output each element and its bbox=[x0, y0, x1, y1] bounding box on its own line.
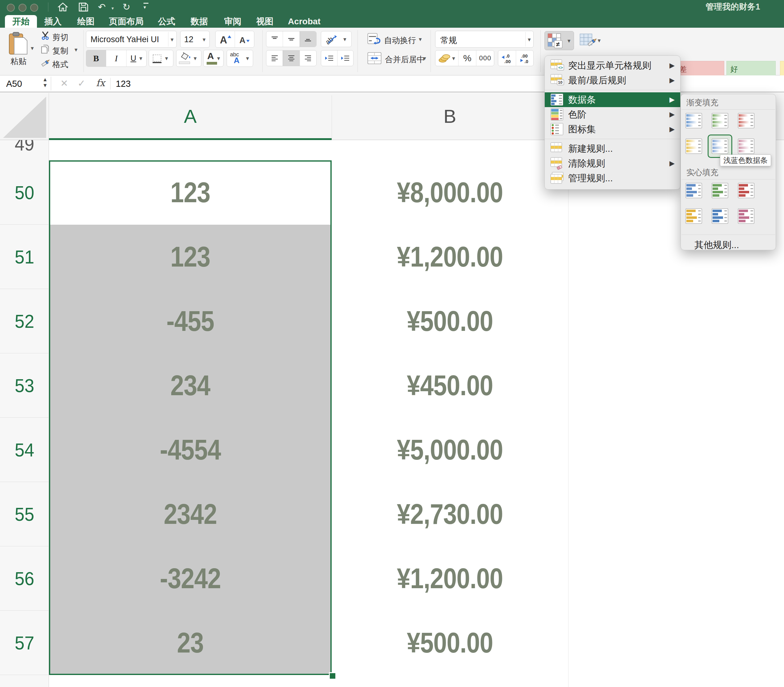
cut-icon[interactable] bbox=[41, 31, 50, 41]
underline-button[interactable]: U▾ bbox=[126, 50, 146, 66]
cell-B56[interactable]: ¥1,200.00 bbox=[348, 546, 552, 611]
redo-icon[interactable]: ↻ bbox=[123, 0, 130, 14]
currency-format-button[interactable]: ▾ bbox=[435, 51, 458, 66]
tab-开始[interactable]: 开始 bbox=[5, 15, 37, 28]
bold-button[interactable]: B bbox=[86, 50, 106, 66]
blue-gradient-data-bar[interactable] bbox=[685, 113, 702, 128]
format-painter-label[interactable]: 格式 bbox=[52, 59, 68, 70]
close-window-button[interactable] bbox=[7, 4, 15, 12]
yellow-solid-data-bar[interactable] bbox=[685, 209, 702, 224]
align-bottom-button[interactable] bbox=[300, 31, 316, 47]
increase-decimal-button[interactable]: .0.00 bbox=[498, 51, 516, 66]
fill-color-button[interactable]: ▾ bbox=[176, 50, 201, 67]
thousands-format-button[interactable]: 000 bbox=[476, 51, 494, 66]
decrease-decimal-button[interactable]: .00.0 bbox=[516, 51, 534, 66]
tab-页面布局[interactable]: 页面布局 bbox=[105, 15, 147, 28]
wrap-text-label[interactable]: 自动换行 bbox=[384, 35, 416, 46]
cell-B52[interactable]: ¥500.00 bbox=[348, 289, 552, 353]
cell-B50[interactable]: ¥8,000.00 bbox=[348, 160, 552, 225]
pink-gradient-data-bar[interactable] bbox=[738, 138, 754, 154]
formula-input[interactable]: 123 bbox=[116, 79, 130, 89]
borders-dropdown-icon[interactable]: ▾ bbox=[165, 55, 168, 62]
dark-blue-solid-data-bar[interactable] bbox=[712, 209, 728, 224]
cell-B53[interactable]: ¥450.00 bbox=[348, 353, 552, 417]
number-format-combo[interactable]: 常规 ▾ bbox=[435, 31, 534, 48]
currency-dropdown-icon[interactable]: ▾ bbox=[452, 55, 455, 62]
tab-视图[interactable]: 视图 bbox=[252, 15, 277, 28]
pink-solid-data-bar[interactable] bbox=[738, 209, 754, 224]
cell-B54[interactable]: ¥5,000.00 bbox=[348, 417, 552, 482]
increase-indent-button[interactable] bbox=[337, 51, 354, 66]
undo-icon[interactable]: ↶ bbox=[98, 0, 105, 14]
customize-toolbar-icon[interactable] bbox=[143, 3, 148, 4]
row-header-53[interactable]: 53 bbox=[2, 353, 47, 417]
fill-color-dropdown-icon[interactable]: ▾ bbox=[194, 55, 197, 62]
tab-公式[interactable]: 公式 bbox=[153, 15, 180, 28]
row-header-51[interactable]: 51 bbox=[2, 225, 47, 289]
font-name-combo[interactable]: Microsoft YaHei UI ▾ bbox=[86, 31, 177, 48]
orientation-dropdown-icon[interactable]: ▾ bbox=[343, 36, 346, 43]
fill-handle[interactable] bbox=[329, 672, 336, 680]
undo-dropdown-icon[interactable]: ▾ bbox=[112, 5, 114, 11]
align-top-button[interactable] bbox=[266, 31, 283, 47]
row-header-56[interactable]: 56 bbox=[2, 546, 47, 611]
phonetic-button[interactable]: abc A ▾ bbox=[227, 50, 253, 67]
more-rules-menu-item[interactable]: 其他规则... bbox=[694, 239, 739, 251]
merge-center-icon[interactable] bbox=[367, 52, 382, 66]
align-right-button[interactable] bbox=[300, 51, 316, 66]
zoom-window-button[interactable] bbox=[30, 4, 38, 12]
increase-font-size-button[interactable]: A bbox=[216, 31, 235, 48]
orientation-button[interactable]: ab ▾ bbox=[321, 31, 352, 47]
tab-Acrobat[interactable]: Acrobat bbox=[285, 15, 324, 28]
format-as-table-button[interactable]: ▾ bbox=[578, 31, 604, 50]
format-painter-icon[interactable] bbox=[40, 58, 51, 69]
font-color-button[interactable]: A ▾ bbox=[203, 50, 224, 67]
borders-button[interactable]: ▾ bbox=[149, 50, 173, 67]
align-middle-button[interactable] bbox=[283, 31, 299, 47]
phonetic-dropdown-icon[interactable]: ▾ bbox=[246, 55, 249, 62]
column-header-A[interactable]: A bbox=[49, 93, 332, 140]
green-gradient-data-bar[interactable] bbox=[712, 113, 728, 128]
format-as-table-dropdown-icon[interactable]: ▾ bbox=[598, 37, 601, 44]
name-box[interactable]: A50 bbox=[6, 79, 22, 89]
cell-B57[interactable]: ¥500.00 bbox=[348, 611, 552, 675]
align-center-button[interactable] bbox=[283, 51, 299, 66]
conditional-formatting-dropdown-icon[interactable]: ▾ bbox=[568, 37, 571, 44]
cell-B55[interactable]: ¥2,730.00 bbox=[348, 482, 552, 546]
merge-center-dropdown-icon[interactable]: ▾ bbox=[423, 55, 426, 62]
home-icon[interactable] bbox=[57, 2, 68, 13]
row-header-55[interactable]: 55 bbox=[2, 482, 47, 546]
insert-function-icon[interactable]: fx bbox=[96, 77, 105, 88]
menu-item-icon-sets[interactable]: 图标集▶ bbox=[545, 122, 680, 136]
light-blue-gradient-data-bar[interactable] bbox=[712, 138, 728, 154]
red-gradient-data-bar[interactable] bbox=[738, 113, 754, 128]
row-header-57[interactable]: 57 bbox=[2, 611, 47, 675]
paste-button[interactable] bbox=[8, 31, 28, 58]
minimize-window-button[interactable] bbox=[18, 4, 26, 12]
cut-label[interactable]: 剪切 bbox=[52, 32, 68, 43]
style-neutral[interactable]: 适中 bbox=[780, 61, 784, 77]
name-box-stepper[interactable]: ▲▼ bbox=[43, 77, 48, 88]
style-bad[interactable]: 差 bbox=[675, 61, 724, 77]
number-format-dropdown-icon[interactable]: ▾ bbox=[528, 36, 531, 43]
decrease-indent-button[interactable] bbox=[321, 51, 337, 66]
tab-审阅[interactable]: 审阅 bbox=[220, 15, 246, 28]
wrap-text-dropdown-icon[interactable]: ▾ bbox=[419, 36, 422, 43]
wrap-text-icon[interactable] bbox=[367, 33, 381, 47]
menu-item-new-rule[interactable]: 新建规则... bbox=[545, 141, 680, 156]
save-icon[interactable] bbox=[78, 2, 89, 13]
tab-绘图[interactable]: 绘图 bbox=[72, 15, 99, 28]
italic-button[interactable]: I bbox=[106, 50, 126, 66]
decrease-font-size-button[interactable]: A bbox=[235, 31, 254, 48]
paste-label[interactable]: 粘贴 bbox=[6, 56, 31, 67]
menu-item-top-bottom-rules[interactable]: 10最前/最后规则▶ bbox=[545, 73, 680, 88]
yellow-gradient-data-bar[interactable] bbox=[685, 138, 702, 154]
underline-dropdown-icon[interactable]: ▾ bbox=[139, 55, 142, 62]
tab-数据[interactable]: 数据 bbox=[186, 15, 212, 28]
row-header-50[interactable]: 50 bbox=[2, 160, 47, 225]
menu-item-data-bars[interactable]: 数据条▶ bbox=[545, 92, 680, 107]
percent-format-button[interactable]: % bbox=[458, 51, 476, 66]
row-header-52[interactable]: 52 bbox=[2, 289, 47, 353]
font-size-combo[interactable]: 12 ▾ bbox=[180, 31, 210, 48]
column-header-B[interactable]: B bbox=[332, 93, 568, 140]
